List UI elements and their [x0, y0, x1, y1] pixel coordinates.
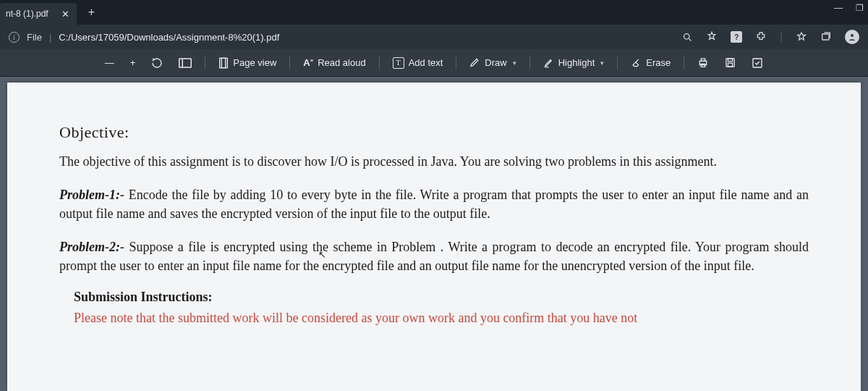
read-aloud-button[interactable]: A» Read aloud [297, 54, 371, 71]
svg-line-1 [689, 38, 692, 41]
url-scheme: File [27, 32, 42, 43]
objective-heading: Objective: [59, 123, 809, 142]
new-tab-button[interactable]: + [84, 6, 99, 19]
cursor-icon: ↖ [318, 249, 326, 261]
svg-rect-13 [702, 59, 705, 61]
svg-rect-18 [753, 59, 762, 67]
browser-tab[interactable]: nt-8 (1).pdf ✕ [0, 3, 77, 25]
zoom-in-button[interactable]: + [124, 54, 142, 71]
svg-rect-9 [222, 58, 228, 67]
pdf-viewport[interactable]: Objective: The objective of this assignm… [0, 77, 868, 391]
erase-label: Erase [646, 57, 671, 68]
window-controls: — ❐ [834, 3, 864, 13]
problem-2: Problem-2:- Suppose a file is encrypted … [59, 237, 809, 275]
info-icon[interactable]: i [9, 32, 20, 43]
svg-line-11 [636, 59, 639, 62]
profile-avatar-icon[interactable] [845, 30, 859, 44]
svg-rect-16 [728, 59, 733, 62]
svg-rect-6 [179, 59, 192, 67]
restore-icon[interactable]: ❐ [856, 3, 864, 13]
pdf-toolbar: — + Page view A» Read aloud T Add text D… [0, 49, 868, 77]
page-view-label: Page view [233, 57, 276, 68]
url-path[interactable]: C:/Users/17059/Downloads/Assignment-8%20… [59, 32, 279, 43]
print-button[interactable] [692, 54, 715, 72]
tab-title: nt-8 (1).pdf [6, 9, 48, 19]
erase-button[interactable]: Erase [625, 54, 676, 71]
save-as-button[interactable] [746, 54, 769, 72]
save-button[interactable] [719, 54, 741, 71]
problem-2-label: Problem-2:- [59, 240, 129, 254]
problem-1: Problem-1:- Encode the file by adding 10… [59, 185, 809, 223]
add-text-button[interactable]: T Add text [387, 54, 449, 72]
svg-rect-2 [822, 34, 829, 40]
highlight-button[interactable]: Highlight ▾ [537, 54, 610, 71]
unknown-square-icon[interactable]: ? [731, 31, 742, 43]
pdf-page: Objective: The objective of this assignm… [7, 83, 861, 391]
objective-body: The objective of this assignment is to d… [59, 152, 809, 171]
collections-icon[interactable] [820, 31, 832, 43]
problem-2-body: Suppose a file is encrypted using the sc… [59, 240, 809, 273]
highlight-label: Highlight [558, 57, 595, 68]
address-bar: i File | C:/Users/17059/Downloads/Assign… [0, 25, 868, 49]
draw-button[interactable]: Draw ▾ [464, 54, 522, 71]
fit-page-button[interactable] [173, 55, 197, 71]
svg-rect-8 [220, 58, 226, 67]
extensions-icon[interactable] [755, 31, 767, 43]
svg-rect-14 [702, 64, 705, 67]
draw-label: Draw [485, 57, 506, 68]
zoom-out-button[interactable]: — [99, 54, 120, 71]
search-icon[interactable] [682, 32, 693, 43]
chevron-down-icon: ▾ [513, 59, 516, 67]
read-mode-icon[interactable] [706, 31, 718, 43]
submission-note: Please note that the submitted work will… [74, 311, 809, 326]
rotate-button[interactable] [145, 54, 169, 72]
chevron-down-icon: ▾ [600, 59, 604, 67]
svg-rect-17 [728, 63, 733, 67]
svg-point-5 [851, 34, 854, 37]
svg-point-0 [684, 33, 690, 39]
add-text-label: Add text [409, 57, 443, 68]
minimize-icon[interactable]: — [834, 3, 843, 13]
page-view-button[interactable]: Page view [213, 54, 282, 72]
favorites-icon[interactable] [796, 31, 807, 43]
problem-1-label: Problem-1:- [59, 188, 129, 202]
submission-heading: Submission Instructions: [74, 290, 809, 305]
browser-tab-strip: nt-8 (1).pdf ✕ + — ❐ [0, 0, 868, 25]
close-icon[interactable]: ✕ [61, 9, 69, 20]
read-aloud-label: Read aloud [318, 57, 366, 68]
problem-1-body: Encode the file by adding 10 to every by… [59, 188, 809, 221]
